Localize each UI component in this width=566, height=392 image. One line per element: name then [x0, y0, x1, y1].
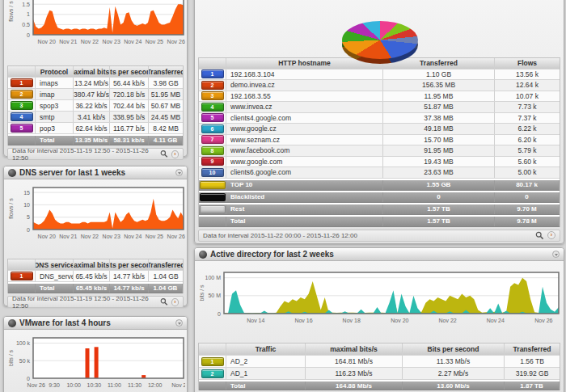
cell: 51.95 MB	[149, 89, 183, 99]
rank-badge: 9	[201, 157, 224, 166]
svg-text:10: 10	[23, 202, 30, 208]
cell: 10.07 k	[495, 91, 560, 102]
cell: 164.81 Mb/s	[306, 356, 403, 367]
cell: 9.78 M	[495, 217, 560, 226]
rank-cell: 3	[8, 100, 36, 111]
cell: clients6.google.com	[226, 167, 383, 178]
interval-text: Data for interval 2015-11-19 12:50 - 201…	[12, 295, 154, 310]
ad-bits-chart[interactable]: 050 M100 MNov 14Nov 16Nov 18Nov 20Nov 22…	[198, 266, 560, 329]
dns-service-table: DNS servicemaximal bits/sBits per second…	[7, 259, 184, 293]
cell: 13.24 Mb/s	[74, 78, 110, 88]
panel-title: DNS server for last 1 weeks	[19, 168, 125, 177]
table-row: 10clients6.google.com23.63 MB5.00 k	[199, 167, 560, 179]
table-row: 8www.facebook.com91.95 MB5.79 k	[199, 145, 560, 157]
svg-text:Nov 24: Nov 24	[124, 39, 142, 44]
column-header	[199, 58, 226, 69]
rank-badge: 2	[201, 369, 224, 378]
cell: 65.45 kb/s	[74, 284, 110, 293]
rank-badge: 1	[201, 70, 224, 78]
table-header-row: Trafficmaximal bits/sBits per secondTran…	[199, 344, 560, 356]
cell: 192.168.3.55	[226, 91, 383, 102]
summary-label: Total	[226, 381, 306, 390]
cell: 19.43 MB	[383, 157, 495, 167]
legend-cell	[199, 381, 226, 390]
magnifier-icon[interactable]	[160, 150, 168, 158]
panel-email-footer: Data for interval 2015-11-19 12:50 - 201…	[7, 148, 184, 160]
cell: 24.45 MB	[149, 112, 183, 122]
collapse-button[interactable]	[175, 169, 183, 176]
svg-text:100 k: 100 k	[16, 340, 31, 346]
cell: 6.22 k	[495, 124, 560, 134]
rank-badge: 3	[201, 91, 224, 100]
svg-text:bits / s: bits / s	[8, 349, 14, 366]
svg-text:Nov 21: Nov 21	[59, 39, 77, 44]
expand-button[interactable]: ›	[171, 298, 179, 306]
cell: smtp	[36, 112, 74, 122]
svg-text:bits / s: bits / s	[199, 285, 205, 301]
panel-title: Active directory for last 2 weeks	[210, 250, 334, 259]
cell: 5.00 k	[495, 167, 560, 178]
pie-face	[342, 21, 418, 59]
column-header: Protocol	[36, 66, 74, 77]
cell: pop3	[36, 123, 74, 133]
bar-chart: 050 k100 kNov 269:3010:0010:3011:0011:30…	[7, 333, 185, 390]
ad-traffic-table: Trafficmaximal bits/sBits per secondTran…	[198, 343, 560, 390]
table-row: 2imap380.47 kb/s720.18 b/s51.95 MB	[8, 89, 183, 100]
summary-label: Total	[226, 217, 383, 226]
email-flows-chart[interactable]: 00.511.5Nov 20Nov 21Nov 22Nov 23Nov 24No…	[7, 0, 184, 49]
summary-row: Total164.88 Mb/s13.60 Mb/s1.87 TB	[199, 381, 560, 390]
svg-text:10:00: 10:00	[66, 382, 81, 388]
cell: 2.27 Mb/s	[403, 368, 505, 379]
legend-cell	[8, 284, 36, 293]
table-header-row: DNS servicemaximal bits/sBits per second…	[8, 259, 183, 271]
legend-cell	[199, 217, 226, 226]
svg-text:Nov 26: Nov 26	[167, 39, 185, 44]
rank-cell: 5	[199, 113, 226, 124]
table-row: 1192.168.3.1041.10 GB13.56 k	[199, 70, 560, 81]
svg-text:Nov 26: Nov 26	[534, 318, 552, 323]
expand-button[interactable]: ›	[171, 150, 179, 158]
panel-title: VMware for last 4 hours	[19, 318, 111, 327]
cell: 1.87 TB	[505, 381, 560, 390]
interval-text: Data for interval 2015-11-22 00:00 - 201…	[203, 232, 357, 239]
magnifier-icon[interactable]	[535, 231, 544, 240]
cell: 0	[495, 192, 560, 202]
column-header: maximal bits/s	[74, 259, 110, 270]
vmware-bits-chart[interactable]: 050 k100 kNov 269:3010:0010:3011:0011:30…	[7, 333, 184, 392]
panel-http: HTTP hostnameTransferredFlows1192.168.3.…	[194, 0, 564, 244]
table-row: 1imaps13.24 Mb/s56.44 kb/s3.98 GB	[8, 78, 183, 89]
cell: 13.56 k	[495, 70, 560, 80]
rank-badge: 1	[11, 78, 33, 87]
collapse-button[interactable]	[552, 251, 560, 258]
column-header	[8, 66, 36, 77]
column-header: Traffic	[226, 344, 306, 355]
collapse-button[interactable]	[175, 319, 183, 327]
cell: imap	[36, 89, 74, 99]
cell: 1.55 GB	[383, 180, 495, 190]
cell: 116.77 b/s	[110, 123, 149, 133]
svg-text:11:30: 11:30	[128, 382, 142, 388]
cell: 56.44 kb/s	[110, 78, 149, 88]
widget-icon	[199, 251, 207, 259]
cell: 36.22 kb/s	[74, 100, 110, 111]
svg-text:Nov 23: Nov 23	[103, 234, 120, 239]
column-header: Transferred	[149, 66, 183, 77]
rank-badge: 3	[11, 101, 33, 110]
legend-cell	[199, 192, 226, 202]
panel-email: 00.511.5Nov 20Nov 21Nov 22Nov 23Nov 24No…	[3, 0, 188, 157]
cell: demo.invea.cz	[226, 80, 383, 91]
http-pie-chart[interactable]	[195, 0, 564, 54]
rank-cell: 2	[199, 80, 226, 91]
svg-text:5: 5	[27, 214, 30, 220]
panel-http-footer: Data for interval 2015-11-22 00:00 - 201…	[198, 230, 560, 242]
magnifier-icon[interactable]	[160, 297, 168, 306]
cell: 91.95 MB	[383, 145, 495, 156]
svg-text:Nov 16: Nov 16	[294, 318, 312, 323]
column-header: Bits per second	[403, 344, 505, 355]
cell: 9.70 M	[495, 204, 560, 214]
rank-cell: 7	[199, 135, 226, 145]
expand-button[interactable]: ›	[547, 231, 555, 239]
panel-dns-header: DNS server for last 1 weeks	[4, 166, 187, 179]
rank-badge: 5	[201, 113, 224, 122]
dns-flows-chart[interactable]: 051015Nov 20Nov 21Nov 22Nov 23Nov 24Nov …	[7, 183, 184, 244]
